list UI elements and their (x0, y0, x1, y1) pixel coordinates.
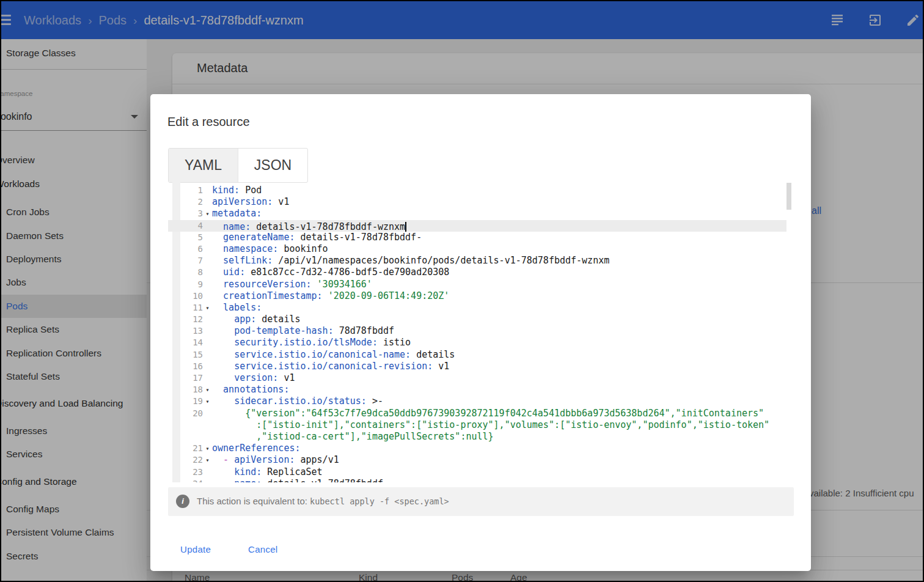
code-line-13: 13 pod-template-hash: 78d78fbddf (168, 325, 787, 337)
code-text: creationTimestamp: '2020-09-06T14:49:20Z… (212, 290, 449, 302)
line-number: 3 (168, 208, 203, 219)
fold-spacer (203, 372, 212, 384)
tab-json[interactable]: JSON (238, 149, 307, 182)
code-text: kind: ReplicaSet (212, 466, 323, 478)
code-line-3: 3▾metadata: (168, 208, 787, 219)
code-line-20: 20 {"version":"64f53c7f7e9dca50ddb976739… (168, 408, 787, 419)
code-text: service.istio.io/canonical-name: details (212, 349, 455, 361)
code-text: {"version":"64f53c7f7e9dca50ddb976739039… (212, 408, 764, 419)
fold-spacer (203, 478, 212, 482)
code-text: ,"istiod-ca-cert"],"imagePullSecrets":nu… (212, 431, 494, 443)
line-gutter: 4 (168, 220, 212, 232)
code-line-2: 2apiVersion: v1 (168, 196, 787, 208)
fold-arrow-icon[interactable]: ▾ (203, 396, 212, 407)
line-gutter (168, 419, 212, 431)
cancel-button[interactable]: Cancel (248, 544, 278, 554)
code-text: service.istio.io/canonical-revision: v1 (212, 361, 449, 372)
code-line-23: 23 kind: ReplicaSet (168, 466, 787, 478)
code-line-17: 17 version: v1 (168, 372, 787, 384)
code-text: apiVersion: v1 (212, 196, 289, 208)
line-gutter: 19▾ (168, 396, 212, 407)
line-number: 19 (168, 396, 203, 407)
fold-spacer (203, 220, 212, 232)
line-gutter: 8 (168, 267, 212, 278)
code-text: name: details-v1-78d78fbddf-wznxm (212, 220, 406, 232)
fold-spacer (203, 279, 212, 290)
line-number: 13 (168, 325, 203, 337)
dialog-title: Edit a resource (167, 115, 250, 129)
fold-spacer (203, 243, 212, 255)
editor-scrollbar[interactable] (787, 183, 791, 210)
tab-yaml[interactable]: YAML (169, 149, 238, 182)
kubernetes-dashboard-screen: Workloads›Pods›details-v1-78d78fbddf-wzn… (0, 0, 924, 582)
fold-spacer (203, 419, 212, 431)
line-number: 2 (168, 196, 203, 208)
fold-spacer (203, 185, 212, 196)
code-line-1: 1kind: Pod (168, 185, 787, 196)
code-text: generateName: details-v1-78d78fbddf- (212, 232, 422, 243)
kubectl-command: kubectl apply -f <spec.yaml> (310, 496, 449, 506)
fold-spacer (203, 466, 212, 478)
fold-spacer (203, 337, 212, 348)
code-text: metadata: (212, 208, 262, 219)
code-line-7: 7 selfLink: /api/v1/namespaces/bookinfo/… (168, 255, 787, 267)
fold-spacer (203, 232, 212, 243)
code-text: ownerReferences: (212, 443, 301, 454)
fold-spacer (203, 290, 212, 302)
line-number: 21 (168, 443, 203, 454)
line-gutter: 2 (168, 196, 212, 208)
fold-arrow-icon[interactable]: ▾ (203, 208, 212, 219)
code-line-wrap: ,"istiod-ca-cert"],"imagePullSecrets":nu… (168, 431, 787, 443)
line-gutter: 15 (168, 349, 212, 361)
line-number: 22 (168, 454, 203, 466)
code-text: labels: (212, 302, 262, 314)
line-gutter: 23 (168, 466, 212, 478)
line-gutter: 12 (168, 314, 212, 325)
code-text: namespace: bookinfo (212, 243, 328, 255)
line-gutter: 7 (168, 255, 212, 267)
fold-spacer (203, 325, 212, 337)
code-line-18: 18▾ annotations: (168, 384, 787, 396)
line-gutter: 3▾ (168, 208, 212, 219)
line-number: 9 (168, 279, 203, 290)
fold-spacer (203, 349, 212, 361)
fold-arrow-icon[interactable]: ▾ (203, 384, 212, 396)
info-text: This action is equivalent to: kubectl ap… (197, 496, 449, 506)
yaml-editor[interactable]: 1kind: Pod2apiVersion: v13▾metadata:4 na… (168, 182, 794, 482)
code-text: annotations: (212, 384, 289, 396)
code-line-8: 8 uid: e81c87cc-7d32-4786-bdf5-de790ad20… (168, 267, 787, 278)
code-line-19: 19▾ sidecar.istio.io/status: >- (168, 396, 787, 407)
line-number: 18 (168, 384, 203, 396)
code-line-15: 15 service.istio.io/canonical-name: deta… (168, 349, 787, 361)
line-number: 24 (168, 478, 203, 482)
line-gutter: 18▾ (168, 384, 212, 396)
code-text: kind: Pod (212, 185, 262, 196)
line-gutter: 20 (168, 408, 212, 419)
code-text: uid: e81c87cc-7d32-4786-bdf5-de790ad2030… (212, 267, 449, 278)
line-number: 1 (168, 185, 203, 196)
fold-arrow-icon[interactable]: ▾ (203, 302, 212, 314)
code-line-wrap: :["istio-init"],"containers":["istio-pro… (168, 419, 787, 431)
line-number: 14 (168, 337, 203, 348)
line-gutter: 10 (168, 290, 212, 302)
line-gutter: 24 (168, 478, 212, 482)
fold-spacer (203, 196, 212, 208)
code-line-9: 9 resourceVersion: '30934166' (168, 279, 787, 290)
line-gutter (168, 431, 212, 443)
update-button[interactable]: Update (180, 544, 211, 554)
fold-arrow-icon[interactable]: ▾ (203, 454, 212, 466)
info-icon: i (176, 495, 189, 508)
fold-spacer (203, 314, 212, 325)
code-line-10: 10 creationTimestamp: '2020-09-06T14:49:… (168, 290, 787, 302)
line-number: 4 (168, 220, 203, 232)
code-line-4: 4 name: details-v1-78d78fbddf-wznxm (168, 220, 787, 232)
line-gutter: 13 (168, 325, 212, 337)
line-number: 15 (168, 349, 203, 361)
line-number: 16 (168, 361, 203, 372)
fold-arrow-icon[interactable]: ▾ (203, 443, 212, 454)
text-cursor (405, 222, 406, 232)
code-line-24: 24 name: details-v1-78d78fbddf (168, 478, 787, 482)
code-line-22: 22▾ - apiVersion: apps/v1 (168, 454, 787, 466)
edit-resource-dialog: Edit a resource YAML JSON 1kind: Pod2api… (150, 94, 811, 571)
fold-spacer (203, 408, 212, 419)
